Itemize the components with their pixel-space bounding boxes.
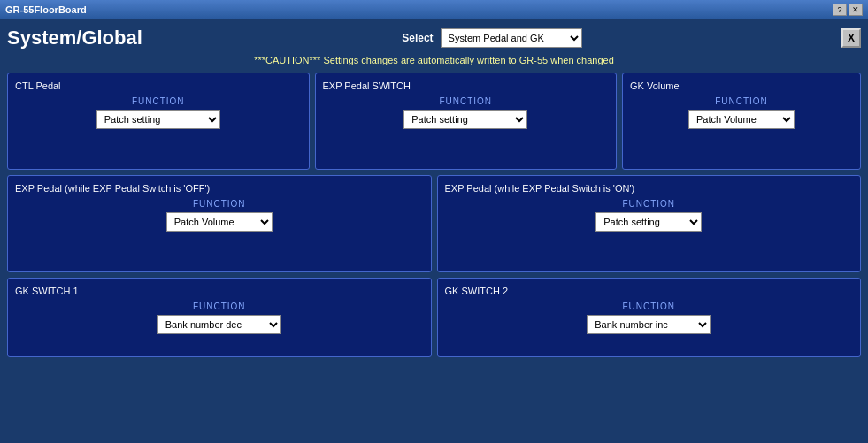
select-label: Select xyxy=(402,32,433,44)
titlebar-close-button[interactable]: ✕ xyxy=(849,4,863,16)
ctl-pedal-title: CTL Pedal xyxy=(15,80,302,91)
gk-switch2-dropdown[interactable]: Bank number inc Bank number dec Patch se… xyxy=(587,315,711,334)
ctl-pedal-panel: CTL Pedal FUNCTION Patch setting Patch V… xyxy=(7,73,310,170)
exp-pedal-on-dropdown[interactable]: Patch setting Patch Volume Bank number i… xyxy=(595,212,702,232)
exp-pedal-on-function-label: FUNCTION xyxy=(445,199,854,209)
gk-volume-panel: GK Volume FUNCTION Patch Volume Patch se… xyxy=(622,73,861,170)
exp-pedal-off-function-label: FUNCTION xyxy=(15,199,424,209)
exp-pedal-switch-title: EXP Pedal SWITCH xyxy=(323,80,610,91)
exp-pedal-switch-panel: EXP Pedal SWITCH FUNCTION Patch setting … xyxy=(315,73,618,170)
ctl-pedal-function-label: FUNCTION xyxy=(15,96,302,106)
gk-volume-function-label: FUNCTION xyxy=(630,96,853,106)
title-bar-controls: ? ✕ xyxy=(833,4,863,16)
exp-pedal-off-dropdown[interactable]: Patch Volume Patch setting Bank number i… xyxy=(166,212,273,232)
select-area: Select System Pedal and GK System Global xyxy=(402,28,581,48)
gk-switch1-title: GK SWITCH 1 xyxy=(15,286,424,296)
exp-pedal-off-title: EXP Pedal (while EXP Pedal Switch is 'OF… xyxy=(15,183,424,194)
header-row: System/Global Select System Pedal and GK… xyxy=(7,27,861,50)
gk-volume-dropdown[interactable]: Patch Volume Patch setting Bank number i… xyxy=(688,110,795,129)
exp-pedal-switch-function-label: FUNCTION xyxy=(323,96,610,106)
exp-pedal-on-panel: EXP Pedal (while EXP Pedal Switch is 'ON… xyxy=(437,175,862,272)
gk-volume-title: GK Volume xyxy=(630,80,853,91)
close-button[interactable]: X xyxy=(841,28,861,48)
exp-pedal-switch-dropdown[interactable]: Patch setting Patch Volume Bank number i… xyxy=(403,110,527,129)
help-button[interactable]: ? xyxy=(833,4,847,16)
caution-text: ***CAUTION*** Settings changes are autom… xyxy=(7,55,861,65)
exp-pedal-on-title: EXP Pedal (while EXP Pedal Switch is 'ON… xyxy=(445,183,854,194)
exp-pedal-off-panel: EXP Pedal (while EXP Pedal Switch is 'OF… xyxy=(7,175,432,272)
main-container: System/Global Select System Pedal and GK… xyxy=(0,19,868,443)
ctl-pedal-dropdown[interactable]: Patch setting Patch Volume Bank number i… xyxy=(96,110,220,129)
gk-switch2-title: GK SWITCH 2 xyxy=(445,286,854,296)
gk-switch1-panel: GK SWITCH 1 FUNCTION Bank number dec Ban… xyxy=(7,278,432,357)
title-bar: GR-55FloorBoard ? ✕ xyxy=(0,0,868,19)
app-title: GR-55FloorBoard xyxy=(5,4,87,15)
select-dropdown[interactable]: System Pedal and GK System Global xyxy=(441,28,582,48)
page-title: System/Global xyxy=(7,27,142,50)
gk-switch2-panel: GK SWITCH 2 FUNCTION Bank number inc Ban… xyxy=(437,278,862,357)
gk-switch1-function-label: FUNCTION xyxy=(15,302,424,311)
gk-switch1-dropdown[interactable]: Bank number dec Bank number inc Patch se… xyxy=(157,315,281,334)
gk-switch2-function-label: FUNCTION xyxy=(445,302,854,311)
